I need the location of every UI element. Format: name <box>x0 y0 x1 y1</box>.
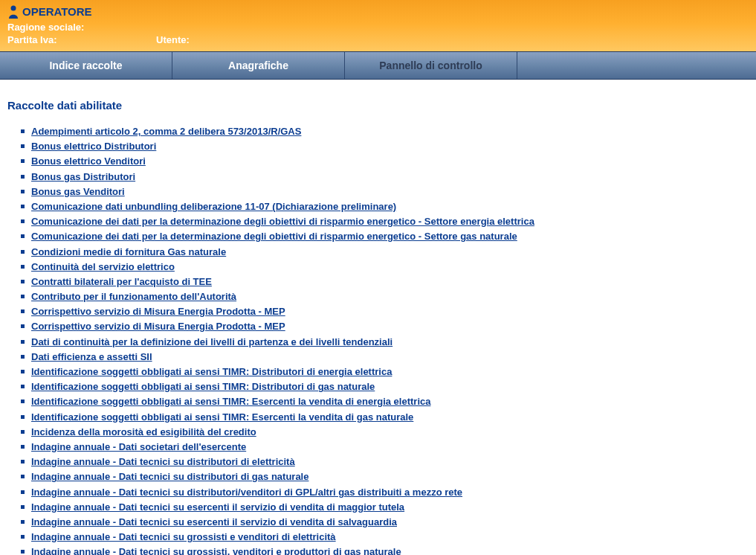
raccolta-link[interactable]: Indagine annuale - Dati tecnici su gross… <box>31 546 401 555</box>
link-list: Adempimenti articolo 2, comma 2 delibera… <box>7 125 749 555</box>
raccolta-link[interactable]: Indagine annuale - Dati tecnici su distr… <box>31 456 295 467</box>
list-item: Indagine annuale - Dati societari dell'e… <box>21 440 749 454</box>
content: Raccolte dati abilitate Adempimenti arti… <box>0 80 756 555</box>
list-item: Bonus gas Distributori <box>21 170 749 184</box>
list-item: Corrispettivo servizio di Misura Energia… <box>21 320 749 333</box>
header-row-partita-utente: Partita Iva: Utente: <box>7 34 749 45</box>
list-item: Indagine annuale - Dati tecnici su eserc… <box>21 501 749 514</box>
list-item: Bonus elettrico Venditori <box>21 155 749 168</box>
raccolta-link[interactable]: Bonus elettrico Distributori <box>31 141 156 152</box>
raccolta-link[interactable]: Contratti bilaterali per l'acquisto di T… <box>31 276 212 287</box>
raccolta-link[interactable]: Bonus elettrico Venditori <box>31 155 146 167</box>
raccolta-link[interactable]: Incidenza della morosità ed esigibilità … <box>31 426 256 437</box>
raccolta-link[interactable]: Identificazione soggetti obbligati ai se… <box>31 396 430 407</box>
list-item: Indagine annuale - Dati tecnici su distr… <box>21 470 749 484</box>
raccolta-link[interactable]: Corrispettivo servizio di Misura Energia… <box>31 306 285 317</box>
raccolta-link[interactable]: Corrispettivo servizio di Misura Energia… <box>31 321 285 332</box>
svg-point-0 <box>11 6 16 11</box>
raccolta-link[interactable]: Identificazione soggetti obbligati ai se… <box>31 366 392 377</box>
raccolta-link[interactable]: Indagine annuale - Dati tecnici su eserc… <box>31 516 397 527</box>
raccolta-link[interactable]: Identificazione soggetti obbligati ai se… <box>31 381 375 392</box>
raccolta-link[interactable]: Indagine annuale - Dati tecnici su distr… <box>31 487 462 498</box>
list-item: Identificazione soggetti obbligati ai se… <box>21 365 749 379</box>
tab-indice-raccolte[interactable]: Indice raccolte <box>0 52 172 79</box>
raccolta-link[interactable]: Comunicazione dei dati per la determinaz… <box>31 216 534 227</box>
list-item: Contributo per il funzionamento dell'Aut… <box>21 290 749 304</box>
list-item: Condizioni medie di fornitura Gas natura… <box>21 246 749 259</box>
raccolta-link[interactable]: Indagine annuale - Dati societari dell'e… <box>31 441 246 452</box>
raccolta-link[interactable]: Condizioni medie di fornitura Gas natura… <box>31 246 226 257</box>
navbar: Indice raccolte Anagrafiche Pannello di … <box>0 51 756 80</box>
list-item: Incidenza della morosità ed esigibilità … <box>21 426 749 439</box>
raccolta-link[interactable]: Contributo per il funzionamento dell'Aut… <box>31 291 236 302</box>
raccolta-link[interactable]: Adempimenti articolo 2, comma 2 delibera… <box>31 126 301 137</box>
header-row-ragione: Ragione sociale: <box>7 22 749 33</box>
raccolta-link[interactable]: Identificazione soggetti obbligati ai se… <box>31 411 413 423</box>
raccolta-link[interactable]: Comunicazione dei dati per la determinaz… <box>31 231 517 242</box>
raccolta-link[interactable]: Indagine annuale - Dati tecnici su distr… <box>31 471 308 482</box>
tab-pannello-di-controllo[interactable]: Pannello di controllo <box>345 52 517 79</box>
list-item: Comunicazione dei dati per la determinaz… <box>21 215 749 228</box>
list-item: Identificazione soggetti obbligati ai se… <box>21 380 749 394</box>
header: OPERATORE Ragione sociale: Partita Iva: … <box>0 0 756 51</box>
nav-filler <box>517 52 756 79</box>
raccolta-link[interactable]: Dati efficienza e assetti SII <box>31 351 152 362</box>
header-title: OPERATORE <box>22 5 92 18</box>
list-item: Bonus gas Venditori <box>21 185 749 199</box>
raccolta-link[interactable]: Bonus gas Venditori <box>31 186 125 197</box>
list-item: Indagine annuale - Dati tecnici su distr… <box>21 455 749 469</box>
list-item: Contratti bilaterali per l'acquisto di T… <box>21 275 749 289</box>
list-item: Bonus elettrico Distributori <box>21 140 749 153</box>
list-item: Comunicazione dati unbundling deliberazi… <box>21 200 749 214</box>
list-item: Continuità del servizio elettrico <box>21 260 749 274</box>
header-top: OPERATORE <box>7 4 749 19</box>
section-title: Raccolte dati abilitate <box>7 99 749 112</box>
raccolta-link[interactable]: Bonus gas Distributori <box>31 171 135 182</box>
raccolta-link[interactable]: Comunicazione dati unbundling deliberazi… <box>31 201 396 212</box>
list-item: Dati di continuità per la definizione de… <box>21 336 749 349</box>
raccolta-link[interactable]: Continuità del servizio elettrico <box>31 261 175 272</box>
list-item: Comunicazione dei dati per la determinaz… <box>21 230 749 243</box>
raccolta-link[interactable]: Dati di continuità per la definizione de… <box>31 336 392 347</box>
list-item: Indagine annuale - Dati tecnici su eserc… <box>21 516 749 529</box>
ragione-sociale-label: Ragione sociale: <box>7 22 84 33</box>
utente-label: Utente: <box>156 34 190 45</box>
list-item: Indagine annuale - Dati tecnici su gross… <box>21 545 749 555</box>
list-item: Dati efficienza e assetti SII <box>21 350 749 364</box>
raccolta-link[interactable]: Indagine annuale - Dati tecnici su gross… <box>31 531 336 542</box>
list-item: Corrispettivo servizio di Misura Energia… <box>21 305 749 318</box>
list-item: Indagine annuale - Dati tecnici su distr… <box>21 486 749 499</box>
list-item: Indagine annuale - Dati tecnici su gross… <box>21 530 749 544</box>
list-item: Identificazione soggetti obbligati ai se… <box>21 395 749 408</box>
list-item: Adempimenti articolo 2, comma 2 delibera… <box>21 125 749 138</box>
user-icon <box>7 4 19 19</box>
partita-iva-label: Partita Iva: <box>7 34 56 45</box>
tab-anagrafiche[interactable]: Anagrafiche <box>172 52 345 79</box>
list-item: Identificazione soggetti obbligati ai se… <box>21 411 749 424</box>
raccolta-link[interactable]: Indagine annuale - Dati tecnici su eserc… <box>31 501 404 513</box>
